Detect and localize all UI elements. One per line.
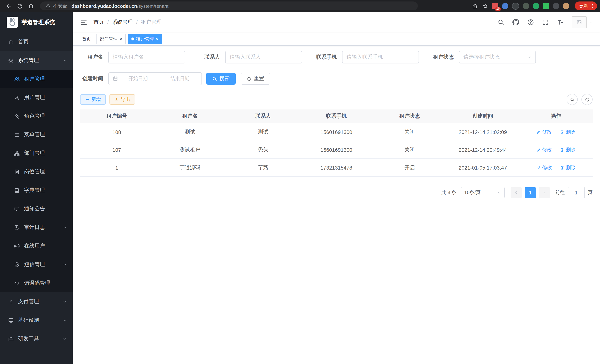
- trash-icon: [560, 165, 564, 170]
- github-icon[interactable]: [512, 19, 519, 26]
- sidebar-item-menu[interactable]: 菜单管理: [0, 125, 73, 144]
- browser-toolbar: 不安全 dashboard.yudao.iocoder.cn /system/t…: [0, 0, 600, 12]
- chevron-down-icon: [63, 337, 67, 341]
- download-icon: [114, 97, 119, 102]
- extension-icon-4[interactable]: [523, 3, 529, 9]
- sidebar-item-system[interactable]: 系统管理: [0, 51, 73, 70]
- bookmark-star-icon[interactable]: [480, 1, 490, 11]
- tag-tenant[interactable]: 租户管理 ×: [128, 34, 162, 44]
- edit-icon: [536, 165, 541, 170]
- profile-avatar-icon[interactable]: [563, 3, 569, 9]
- tag-home[interactable]: 首页: [79, 34, 94, 44]
- reload-icon[interactable]: [14, 1, 25, 11]
- search-icon: [212, 76, 217, 81]
- sidebar-item-dept[interactable]: 部门管理: [0, 144, 73, 162]
- sidebar-item-post[interactable]: 岗位管理: [0, 162, 73, 181]
- refresh-icon: [585, 97, 590, 102]
- filter-row-1: 租户名 请输入租户名 联系人 请输入联系人 联系手机: [80, 51, 593, 64]
- table-row: 107 测试租户 秃头 15601691300 关闭 2021-12-14 20…: [80, 141, 593, 159]
- trash-icon: [560, 130, 564, 134]
- extension-icon-6[interactable]: [543, 3, 549, 9]
- toggle-search-button[interactable]: [567, 94, 578, 105]
- sidebar-item-sms[interactable]: 短信管理: [0, 255, 73, 274]
- fullscreen-icon[interactable]: [542, 19, 549, 26]
- security-chip[interactable]: 不安全: [45, 3, 67, 9]
- share-icon[interactable]: [469, 1, 480, 11]
- extension-icon-1[interactable]: 10: [492, 3, 498, 9]
- sidebar-item-pay[interactable]: 支付管理: [0, 292, 73, 311]
- chevron-down-icon: [589, 20, 593, 24]
- tree-icon: [14, 150, 20, 156]
- col-contact: 联系人: [226, 110, 300, 123]
- close-icon[interactable]: ×: [120, 37, 122, 41]
- contact-input[interactable]: 请输入联系人: [225, 51, 302, 64]
- delete-link[interactable]: 删除: [560, 129, 576, 135]
- export-button[interactable]: 导出: [110, 94, 135, 105]
- security-label: 不安全: [53, 3, 67, 9]
- tag-dept[interactable]: 部门管理 ×: [96, 34, 126, 44]
- tenant-name-input[interactable]: 请输入租户名: [108, 51, 185, 64]
- font-size-icon[interactable]: [557, 19, 564, 26]
- sidebar-item-home[interactable]: 首页: [0, 33, 73, 51]
- sidebar-item-tenant[interactable]: 租户管理: [0, 70, 73, 88]
- tenant-table: 租户编号 租户名 联系人 联系手机 租户状态 创建时间 操作 108 测试: [80, 110, 593, 177]
- sidebar-item-notice[interactable]: 通知公告: [0, 200, 73, 218]
- sidebar-item-infra[interactable]: 基础设施: [0, 311, 73, 329]
- search-icon[interactable]: [497, 19, 504, 26]
- mobile-input[interactable]: 请输入联系手机: [342, 51, 419, 64]
- extension-icon-3[interactable]: [512, 2, 519, 9]
- date-range-input[interactable]: 开始日期 - 结束日期: [108, 72, 202, 85]
- breadcrumb-home[interactable]: 首页: [94, 19, 104, 26]
- sidebar-item-dict[interactable]: 字典管理: [0, 181, 73, 200]
- user-avatar[interactable]: [572, 16, 593, 28]
- extension-icon-2[interactable]: [502, 3, 508, 9]
- sidebar: 芋道管理系统 首页 系统管理 租户管理 用户管理: [0, 12, 73, 364]
- sidebar-item-audit-log[interactable]: 审计日志: [0, 218, 73, 237]
- col-mobile: 联系手机: [300, 110, 373, 123]
- extension-icon-5[interactable]: [533, 3, 539, 9]
- fold-menu-icon[interactable]: [80, 19, 88, 26]
- search-button[interactable]: 搜索: [206, 73, 236, 84]
- address-bar[interactable]: 不安全 dashboard.yudao.iocoder.cn /system/t…: [40, 1, 418, 10]
- pagination: 共 3 条 10条/页 1 前往 1 页: [80, 187, 593, 198]
- total-count: 共 3 条: [441, 189, 456, 196]
- sidebar-item-role[interactable]: 角色管理: [0, 107, 73, 125]
- filter-row-2: 创建时间 开始日期 - 结束日期 搜索 重置: [80, 72, 593, 85]
- sidebar-item-online-user[interactable]: 在线用户: [0, 237, 73, 255]
- sidebar-item-user[interactable]: 用户管理: [0, 88, 73, 107]
- refresh-button[interactable]: [581, 94, 593, 105]
- col-tenant-id: 租户编号: [80, 110, 153, 123]
- create-time-label: 创建时间: [80, 75, 103, 82]
- prev-page-button[interactable]: [511, 187, 522, 198]
- current-page-button[interactable]: 1: [525, 187, 536, 198]
- help-icon[interactable]: [527, 19, 534, 26]
- update-button[interactable]: 更新: [575, 1, 597, 10]
- page-size-select[interactable]: 10条/页: [461, 187, 505, 198]
- delete-link[interactable]: 删除: [560, 146, 576, 153]
- edit-link[interactable]: 修改: [536, 164, 552, 171]
- kebab-menu-icon[interactable]: [590, 3, 595, 9]
- reset-button[interactable]: 重置: [241, 73, 270, 84]
- extension-icon-7[interactable]: [553, 3, 559, 9]
- goto-page-input[interactable]: 1: [568, 187, 585, 198]
- edit-link[interactable]: 修改: [536, 129, 552, 135]
- warning-triangle-icon: [45, 3, 51, 9]
- role-icon: [14, 113, 20, 119]
- sidebar-item-dev-tool[interactable]: 研发工具: [0, 329, 73, 348]
- page-header: 首页 / 系统管理 / 租户管理: [73, 12, 600, 33]
- status-select[interactable]: 请选择租户状态: [459, 51, 536, 64]
- next-page-button[interactable]: [539, 187, 550, 198]
- close-icon[interactable]: ×: [156, 37, 159, 41]
- shield-icon: [14, 262, 20, 267]
- screen: 不安全 dashboard.yudao.iocoder.cn /system/t…: [0, 0, 600, 364]
- badge-icon: [14, 169, 20, 175]
- back-icon[interactable]: [3, 1, 14, 11]
- edit-link[interactable]: 修改: [536, 146, 552, 153]
- breadcrumb-system[interactable]: 系统管理: [112, 19, 133, 26]
- mobile-label: 联系手机: [314, 54, 337, 60]
- home-icon[interactable]: [25, 1, 36, 11]
- sidebar-item-error-code[interactable]: 错误码管理: [0, 274, 73, 292]
- broadcast-icon: [14, 243, 20, 249]
- delete-link[interactable]: 删除: [560, 164, 576, 171]
- add-button[interactable]: 新增: [80, 94, 106, 105]
